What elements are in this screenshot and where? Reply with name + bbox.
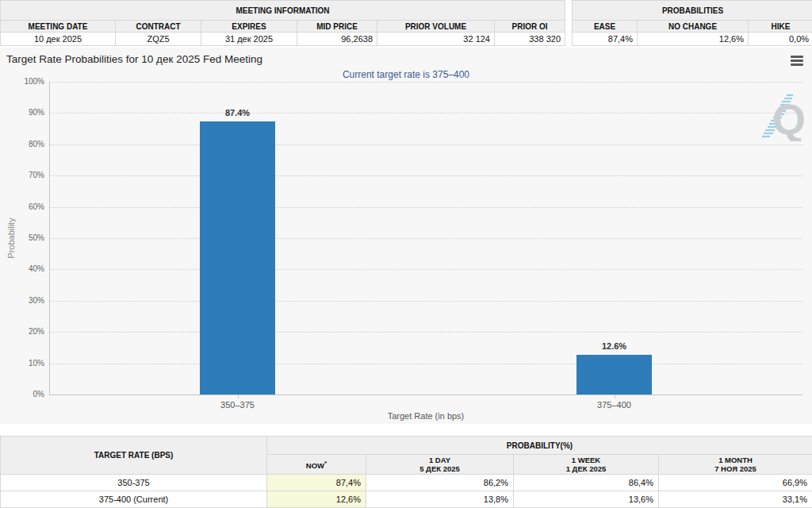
probability-bar-350-375[interactable] bbox=[200, 121, 275, 394]
meeting-date-value: 10 дек 2025 bbox=[1, 33, 116, 46]
probabilities-title: PROBABILITIES bbox=[573, 1, 812, 21]
header-1-week: 1 WEEK1 ДЕК 2025 bbox=[514, 455, 659, 475]
header-ease: EASE bbox=[573, 21, 638, 33]
y-gridline bbox=[49, 238, 802, 239]
header-now: NOW* bbox=[267, 455, 366, 475]
header-mid-price: MID PRICE bbox=[297, 21, 377, 33]
y-axis-line bbox=[49, 82, 50, 394]
rate-cell: 375-400 (Current) bbox=[1, 491, 267, 508]
y-gridline bbox=[49, 364, 802, 364]
meeting-info-row: 10 дек 2025 ZQZ5 31 дек 2025 96,2638 32 … bbox=[1, 33, 565, 46]
fedwatch-page: MEETING INFORMATION MEETING DATE CONTRAC… bbox=[0, 0, 812, 508]
ease-value: 87,4% bbox=[573, 33, 638, 46]
y-axis-tick-label: 90% bbox=[0, 108, 44, 117]
header-hike: HIKE bbox=[749, 21, 812, 33]
meeting-information-table: MEETING INFORMATION MEETING DATE CONTRAC… bbox=[0, 0, 565, 46]
y-gridline bbox=[49, 82, 802, 83]
y-axis-tick-label: 40% bbox=[0, 264, 44, 273]
mid-price-value: 96,2638 bbox=[297, 33, 377, 46]
y-axis-tick-label: 60% bbox=[0, 202, 44, 211]
table-row-350-375: 350-375 87,4% 86,2% 86,4% 66,9% bbox=[1, 475, 812, 491]
month-prob-cell: 66,9% bbox=[659, 475, 812, 491]
y-axis-tick-label: 80% bbox=[0, 140, 44, 148]
prior-oi-value: 338 320 bbox=[495, 33, 565, 46]
x-axis-tick bbox=[615, 394, 615, 398]
week-prob-cell: 13,6% bbox=[514, 491, 659, 508]
chart-plot-area: 0%10%20%30%40%50%60%70%80%90%100%87.4%35… bbox=[0, 48, 812, 424]
header-1-month: 1 MONTH7 НОЯ 2025 bbox=[659, 455, 812, 475]
header-prior-volume: PRIOR VOLUME bbox=[377, 21, 495, 33]
week-prob-cell: 86,4% bbox=[514, 475, 659, 491]
y-axis-tick-label: 30% bbox=[0, 296, 44, 305]
y-axis-tick-label: 70% bbox=[0, 171, 44, 179]
header-no-change: NO CHANGE bbox=[638, 21, 749, 33]
target-rate-chart: Target Rate Probabilities for 10 дек 202… bbox=[0, 48, 812, 424]
now-asterisk: * bbox=[324, 460, 327, 467]
hike-value: 0,0% bbox=[749, 33, 812, 46]
header-expires: EXPIRES bbox=[201, 21, 297, 33]
y-gridline bbox=[49, 175, 802, 176]
now-label: NOW bbox=[306, 461, 324, 470]
x-axis-line bbox=[49, 394, 802, 395]
top-info-bar: MEETING INFORMATION MEETING DATE CONTRAC… bbox=[0, 0, 812, 46]
now-prob-cell: 87,4% bbox=[267, 475, 366, 491]
no-change-value: 12,6% bbox=[638, 33, 749, 46]
header-meeting-date: MEETING DATE bbox=[1, 21, 116, 33]
bar-value-label: 12.6% bbox=[579, 341, 650, 351]
y-axis-title: Probability bbox=[6, 217, 16, 258]
expires-value: 31 дек 2025 bbox=[201, 33, 297, 46]
meeting-info-title: MEETING INFORMATION bbox=[1, 1, 565, 21]
y-gridline bbox=[49, 269, 802, 270]
probabilities-summary-table: PROBABILITIES EASE NO CHANGE HIKE 87,4% … bbox=[572, 0, 812, 46]
day-prob-cell: 86,2% bbox=[366, 475, 514, 491]
header-contract: CONTRACT bbox=[116, 21, 201, 33]
one-day-date: 5 ДЕК 2025 bbox=[367, 464, 512, 473]
rate-cell: 350-375 bbox=[1, 475, 267, 491]
y-axis-tick-label: 100% bbox=[0, 77, 44, 86]
bar-value-label: 87.4% bbox=[202, 108, 274, 117]
now-prob-cell: 12,6% bbox=[267, 491, 366, 508]
one-week-label: 1 WEEK bbox=[515, 456, 657, 464]
month-prob-cell: 33,1% bbox=[659, 491, 812, 508]
one-day-label: 1 DAY bbox=[367, 456, 512, 464]
one-week-date: 1 ДЕК 2025 bbox=[515, 464, 657, 473]
day-prob-cell: 13,8% bbox=[366, 491, 514, 508]
y-gridline bbox=[49, 301, 802, 302]
header-target-rate-bps: TARGET RATE (BPS) bbox=[1, 437, 267, 475]
one-month-label: 1 MONTH bbox=[660, 456, 811, 464]
header-1-day: 1 DAY5 ДЕК 2025 bbox=[366, 455, 514, 475]
x-axis-category-label: 375–400 bbox=[567, 400, 662, 410]
y-axis-tick-label: 10% bbox=[0, 359, 44, 368]
probability-history-table: TARGET RATE (BPS) PROBABILITY(%) NOW* 1 … bbox=[0, 436, 812, 508]
x-axis-category-label: 350–375 bbox=[190, 400, 285, 410]
contract-value: ZQZ5 bbox=[116, 33, 201, 46]
probabilities-row: 87,4% 12,6% 0,0% bbox=[573, 33, 812, 46]
y-gridline bbox=[49, 207, 802, 208]
table-row-375-400-current: 375-400 (Current) 12,6% 13,8% 13,6% 33,1… bbox=[1, 491, 812, 508]
prior-volume-value: 32 124 bbox=[377, 33, 495, 46]
y-gridline bbox=[49, 332, 802, 333]
y-gridline bbox=[49, 144, 802, 145]
one-month-date: 7 НОЯ 2025 bbox=[660, 464, 811, 473]
x-axis-tick bbox=[238, 394, 239, 398]
header-prior-oi: PRIOR OI bbox=[495, 21, 565, 33]
y-axis-tick-label: 20% bbox=[0, 327, 44, 336]
probability-bar-375-400[interactable] bbox=[576, 355, 652, 394]
y-gridline bbox=[49, 113, 802, 114]
header-probability-pct: PROBABILITY(%) bbox=[267, 437, 812, 455]
x-axis-title: Target Rate (in bps) bbox=[49, 411, 802, 421]
y-axis-tick-label: 0% bbox=[0, 390, 44, 398]
